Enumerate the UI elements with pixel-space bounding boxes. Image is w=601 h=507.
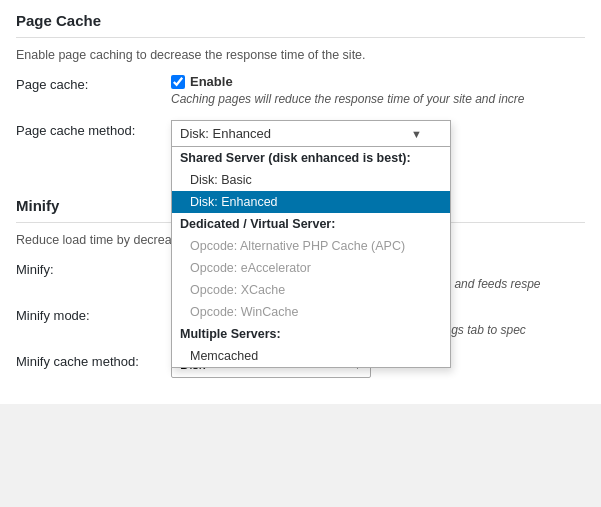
minify-mode-label: Minify mode:: [16, 305, 171, 323]
dropdown-item-opcode-wincache: Opcode: WinCache: [172, 301, 450, 323]
page-cache-row: Page cache: Enable Caching pages will re…: [16, 74, 585, 106]
dropdown-item-disk-enhanced[interactable]: Disk: Enhanced: [172, 191, 450, 213]
dropdown-item-opcode-apc: Opcode: Alternative PHP Cache (APC): [172, 235, 450, 257]
page-cache-hint: Caching pages will reduce the response t…: [171, 92, 585, 106]
page-cache-label: Page cache:: [16, 74, 171, 92]
dropdown-item-disk-basic[interactable]: Disk: Basic: [172, 169, 450, 191]
dropdown-item-memcached[interactable]: Memcached: [172, 345, 450, 367]
page-cache-enable-label[interactable]: Enable: [171, 74, 585, 89]
page-cache-checkbox[interactable]: [171, 75, 185, 89]
dropdown-menu: Disk: Enhanced ▼ Shared Server (disk enh…: [171, 120, 451, 368]
dropdown-group-dedicated: Dedicated / Virtual Server:: [172, 213, 450, 235]
page-cache-enable-text: Enable: [190, 74, 233, 89]
dropdown-group-multiple: Multiple Servers:: [172, 323, 450, 345]
minify-label: Minify:: [16, 259, 171, 277]
page-cache-method-row: Page cache method: Disk: Enhanced ▼ Shar…: [16, 120, 585, 138]
page-cache-method-label: Page cache method:: [16, 120, 171, 138]
page-wrapper: Page Cache Enable page caching to decrea…: [0, 0, 601, 404]
save-label-spacer: [16, 152, 171, 155]
minify-cache-method-label: Minify cache method:: [16, 351, 171, 369]
dropdown-arrow-icon: ▼: [411, 128, 422, 140]
dropdown-group-shared: Shared Server (disk enhanced is best):: [172, 147, 450, 169]
dropdown-item-opcode-xcache: Opcode: XCache: [172, 279, 450, 301]
dropdown-select-display[interactable]: Disk: Enhanced ▼: [172, 121, 450, 147]
dropdown-item-opcode-eacc: Opcode: eAccelerator: [172, 257, 450, 279]
page-cache-control: Enable Caching pages will reduce the res…: [171, 74, 585, 106]
page-cache-description: Enable page caching to decrease the resp…: [16, 48, 585, 62]
selected-value: Disk: Enhanced: [180, 126, 271, 141]
page-cache-section-title: Page Cache: [16, 12, 585, 38]
